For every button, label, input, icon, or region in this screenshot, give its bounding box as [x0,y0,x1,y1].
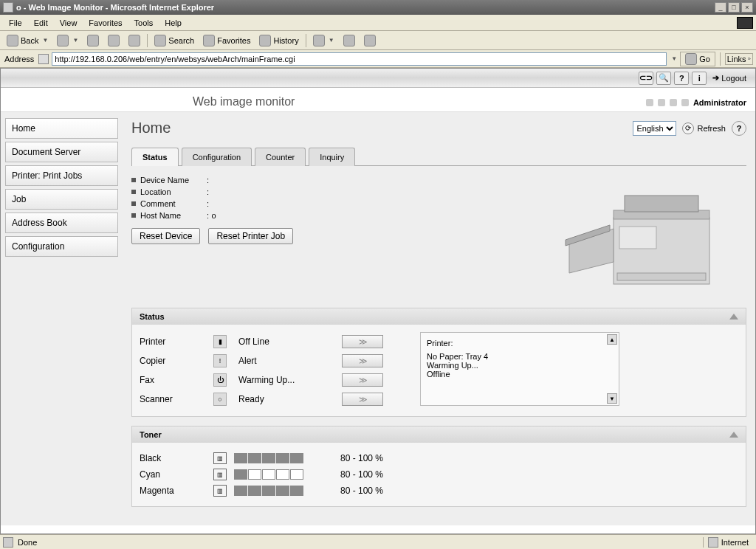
comment-key: Comment [140,199,207,208]
back-label: Back [21,36,38,45]
copier-detail-button[interactable]: ≫ [342,354,383,367]
language-select[interactable]: English [633,121,676,136]
status-panel: Status Printer▮Off Line≫ Copier!Alert≫ F… [131,308,746,417]
sidebar-item-print-jobs[interactable]: Printer: Print Jobs [5,165,118,186]
svg-rect-6 [619,227,656,249]
msg-line-1: No Paper: Tray 4 [427,352,613,361]
refresh-label: Refresh [697,124,726,133]
toner-black-value: 80 - 100 % [340,453,383,463]
fax-status-icon: ⏻ [213,373,227,387]
links-label: Links [727,55,746,63]
link-icon[interactable]: ⊂⊃ [639,72,653,85]
logout-label: Logout [721,74,746,83]
home-icon [128,35,140,46]
toner-cartridge-icon: ▥ [213,452,227,464]
logout-button[interactable]: ➔Logout [709,73,749,83]
edit-button-tb[interactable] [360,32,379,49]
addressbar: Address ▼ Go Links» [0,50,756,68]
refresh-button[interactable]: ⟳Refresh [682,122,726,134]
toner-cyan-value: 80 - 100 % [340,469,383,480]
links-button[interactable]: Links» [725,53,753,65]
banner: Web image monitor Administrator [1,88,755,112]
tabs: Status Configuration Counter Inquiry [131,147,746,166]
sidebar-item-job[interactable]: Job [5,189,118,210]
close-button[interactable]: × [741,2,753,13]
favorites-icon [203,35,215,46]
tab-status[interactable]: Status [131,148,179,166]
tab-configuration[interactable]: Configuration [182,148,252,166]
fax-label: Fax [140,375,213,385]
url-input[interactable] [52,52,667,66]
menu-file[interactable]: File [3,17,28,29]
forward-icon [57,35,69,46]
search-icon [154,35,166,46]
sidebar: Home Document Server Printer: Print Jobs… [1,112,123,525]
refresh-icon [108,35,120,46]
home-button-tb[interactable] [125,32,144,49]
print-button[interactable] [340,32,359,49]
product-title: Web image monitor [193,95,295,108]
toner-magenta-label: Magenta [140,486,213,496]
printer-detail-button[interactable]: ≫ [342,335,383,348]
stop-button[interactable] [83,32,103,49]
minimize-button[interactable]: _ [715,2,726,13]
go-button[interactable]: Go [680,52,715,66]
location-key: Location [140,187,207,196]
sidebar-item-configuration[interactable]: Configuration [5,236,118,257]
search-page-icon[interactable]: 🔍 [656,72,671,85]
go-icon [685,53,697,65]
msg-line-3: Offline [427,370,613,379]
back-icon [7,35,18,46]
sidebar-item-address-book[interactable]: Address Book [5,213,118,233]
info-icon[interactable]: i [692,72,707,85]
toner-heading: Toner [140,430,162,439]
svg-rect-3 [617,273,706,280]
copier-status-icon: ! [213,354,227,367]
sidebar-item-home[interactable]: Home [5,118,118,139]
menu-help[interactable]: Help [159,17,188,29]
collapse-status-icon[interactable] [729,314,738,320]
fax-detail-button[interactable]: ≫ [342,373,383,387]
reset-device-button[interactable]: Reset Device [131,228,200,244]
toner-cartridge-icon: ▥ [213,469,227,480]
history-button[interactable]: History [255,32,302,49]
url-dropdown[interactable]: ▼ [671,55,677,62]
copier-status: Alert [238,356,342,366]
reset-printer-button[interactable]: Reset Printer Job [208,228,293,244]
help-button[interactable]: ? [732,121,746,136]
app-icon [3,2,13,13]
page-title: Home [131,120,171,137]
tab-counter[interactable]: Counter [255,148,306,166]
logout-arrow-icon: ➔ [712,73,719,83]
menu-edit[interactable]: Edit [28,17,54,29]
device-name-key: Device Name [140,176,207,184]
forward-button[interactable]: ▼ [53,32,82,49]
back-button[interactable]: Back▼ [3,32,52,49]
collapse-toner-icon[interactable] [729,432,738,438]
print-icon [343,35,355,46]
menu-tools[interactable]: Tools [128,17,159,29]
mail-icon [313,35,325,46]
refresh-button-tb[interactable] [104,32,123,49]
favorites-button[interactable]: Favorites [199,32,254,49]
menu-view[interactable]: View [54,17,83,29]
stop-icon [87,35,99,46]
printer-label: Printer [140,336,213,347]
toner-cyan-bar [234,469,323,480]
sidebar-item-document-server[interactable]: Document Server [5,142,118,162]
maximize-button[interactable]: □ [728,2,740,13]
history-icon [259,35,271,46]
scroll-up-button[interactable]: ▲ [607,334,617,345]
menu-favorites[interactable]: Favorites [83,17,128,29]
tab-inquiry[interactable]: Inquiry [309,148,355,166]
scanner-status-icon: ○ [213,393,227,406]
scanner-status: Ready [238,394,342,404]
toner-magenta-value: 80 - 100 % [340,486,383,496]
scanner-detail-button[interactable]: ≫ [342,393,383,406]
mail-button[interactable]: ▼ [309,32,338,49]
zone-label: Internet [721,538,749,547]
help-top-icon[interactable]: ? [674,72,689,85]
search-button[interactable]: Search [151,32,198,49]
scroll-down-button[interactable]: ▼ [607,393,617,404]
status-heading: Status [140,312,165,321]
